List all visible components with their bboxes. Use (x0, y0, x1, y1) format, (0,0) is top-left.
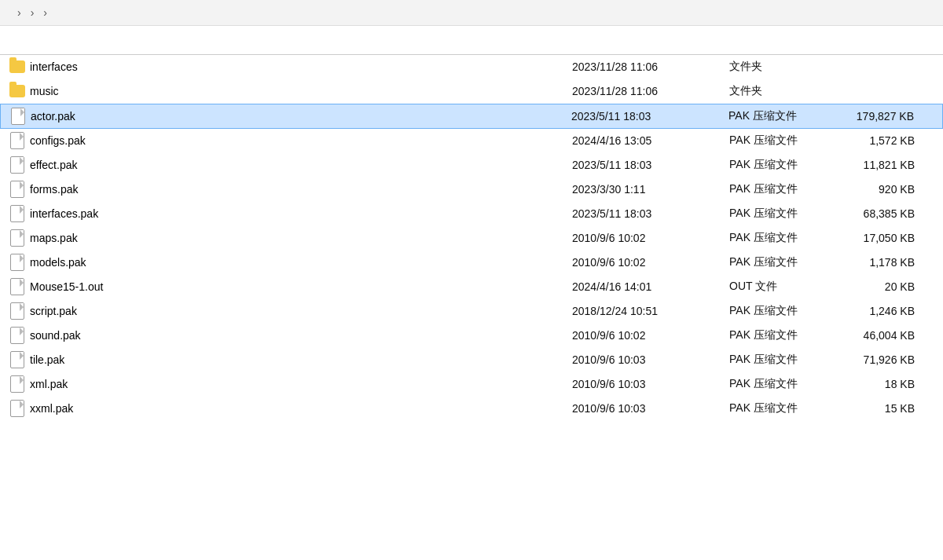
file-type: PAK 压缩文件 (723, 229, 833, 247)
file-size: 20 KB (833, 279, 927, 295)
file-name-cell: script.pak (0, 302, 566, 320)
file-name-cell: xml.pak (0, 375, 566, 393)
file-modified: 2023/11/28 11:06 (566, 59, 723, 75)
breadcrumb-sep-2: › (31, 6, 35, 19)
folder-icon (9, 85, 25, 97)
file-type: PAK 压缩文件 (723, 302, 833, 320)
file-modified: 2024/4/16 13:05 (566, 133, 723, 148)
col-header-size[interactable] (833, 31, 927, 49)
file-explorer: interfaces 2023/11/28 11:06 文件夹 music 20… (0, 26, 943, 421)
file-type: 文件夹 (723, 82, 833, 100)
pak-file-icon (10, 181, 24, 198)
pak-file-icon (10, 229, 24, 247)
table-row[interactable]: music 2023/11/28 11:06 文件夹 (0, 79, 943, 104)
table-row[interactable]: tile.pak 2010/9/6 10:03 PAK 压缩文件 71,926 … (0, 348, 943, 372)
file-name: actor.pak (31, 110, 75, 123)
pak-file-icon (10, 351, 24, 368)
file-name-cell: tile.pak (0, 350, 566, 369)
file-icon-wrapper (9, 401, 25, 416)
file-icon-wrapper (9, 352, 25, 368)
file-icon-wrapper (9, 279, 25, 295)
table-row[interactable]: interfaces 2023/11/28 11:06 文件夹 (0, 55, 943, 79)
file-name: Mouse15-1.out (30, 280, 103, 293)
breadcrumb-sep-1: › (17, 6, 21, 19)
out-file-icon (10, 278, 24, 295)
table-row[interactable]: xxml.pak 2010/9/6 10:03 PAK 压缩文件 15 KB (0, 397, 943, 421)
file-size: 1,246 KB (833, 303, 927, 319)
col-header-modified[interactable] (566, 31, 723, 49)
folder-icon (9, 60, 25, 73)
table-row[interactable]: script.pak 2018/12/24 10:51 PAK 压缩文件 1,2… (0, 299, 943, 324)
col-header-name[interactable] (0, 31, 566, 49)
file-size: 18 KB (833, 376, 927, 392)
file-name-cell: interfaces (0, 57, 566, 76)
file-name: interfaces (30, 60, 78, 73)
table-row[interactable]: effect.pak 2023/5/11 18:03 PAK 压缩文件 11,8… (0, 153, 943, 178)
col-header-type[interactable] (723, 31, 833, 49)
table-row[interactable]: maps.pak 2010/9/6 10:02 PAK 压缩文件 17,050 … (0, 226, 943, 251)
file-icon-wrapper (9, 133, 25, 148)
file-type: PAK 压缩文件 (723, 254, 833, 271)
file-icon-wrapper (9, 181, 25, 197)
file-size (833, 65, 927, 68)
file-name-cell: forms.pak (0, 180, 566, 199)
table-row[interactable]: forms.pak 2023/3/30 1:11 PAK 压缩文件 920 KB (0, 178, 943, 202)
file-modified: 2023/5/11 18:03 (566, 157, 723, 173)
file-size: 1,572 KB (833, 133, 927, 148)
file-icon-wrapper (10, 108, 26, 124)
pak-file-icon (10, 327, 24, 344)
file-name: music (30, 85, 59, 97)
table-row[interactable]: Mouse15-1.out 2024/4/16 14:01 OUT 文件 20 … (0, 275, 943, 299)
file-list: interfaces 2023/11/28 11:06 文件夹 music 20… (0, 55, 943, 421)
file-name: sound.pak (30, 329, 81, 342)
file-size: 46,004 KB (833, 328, 927, 343)
breadcrumb-sep-3: › (43, 6, 47, 19)
file-name-cell: xxml.pak (0, 399, 566, 418)
file-modified: 2010/9/6 10:03 (566, 352, 723, 368)
file-icon-wrapper (9, 206, 25, 221)
table-row[interactable]: configs.pak 2024/4/16 13:05 PAK 压缩文件 1,5… (0, 129, 943, 153)
file-name: maps.pak (30, 232, 78, 244)
file-size: 11,821 KB (833, 157, 927, 173)
file-name-cell: sound.pak (0, 326, 566, 345)
file-name: effect.pak (30, 159, 77, 171)
file-size: 68,385 KB (833, 206, 927, 221)
file-modified: 2010/9/6 10:02 (566, 230, 723, 246)
file-modified: 2018/12/24 10:51 (566, 303, 723, 319)
file-name-cell: Mouse15-1.out (0, 277, 566, 296)
file-modified: 2023/3/30 1:11 (566, 181, 723, 197)
table-row[interactable]: interfaces.pak 2023/5/11 18:03 PAK 压缩文件 … (0, 202, 943, 226)
file-modified: 2024/4/16 14:01 (566, 279, 723, 295)
table-row[interactable]: sound.pak 2010/9/6 10:02 PAK 压缩文件 46,004… (0, 324, 943, 348)
file-icon-wrapper (9, 230, 25, 246)
file-modified: 2010/9/6 10:02 (566, 254, 723, 270)
file-name-cell: models.pak (0, 253, 566, 272)
pak-file-icon (10, 156, 24, 174)
file-icon-wrapper (9, 376, 25, 392)
file-size: 71,926 KB (833, 352, 927, 368)
file-type: 文件夹 (723, 58, 833, 75)
file-type: PAK 压缩文件 (723, 181, 833, 198)
file-icon-wrapper (9, 59, 25, 75)
file-name: forms.pak (30, 183, 78, 196)
file-icon-wrapper (9, 157, 25, 173)
file-name-cell: effect.pak (0, 156, 566, 174)
file-size: 15 KB (833, 401, 927, 416)
file-type: OUT 文件 (723, 278, 833, 295)
file-type: PAK 压缩文件 (723, 205, 833, 222)
file-name: interfaces.pak (30, 207, 98, 220)
file-icon-wrapper (9, 328, 25, 343)
file-icon-wrapper (9, 83, 25, 99)
file-size: 1,178 KB (833, 254, 927, 270)
breadcrumb-bar: › › › (0, 0, 943, 26)
table-header (0, 26, 943, 55)
table-row[interactable]: xml.pak 2010/9/6 10:03 PAK 压缩文件 18 KB (0, 372, 943, 397)
pak-file-icon (10, 205, 24, 222)
file-size: 179,827 KB (832, 108, 926, 124)
table-row[interactable]: models.pak 2010/9/6 10:02 PAK 压缩文件 1,178… (0, 251, 943, 275)
table-row[interactable]: actor.pak 2023/5/11 18:03 PAK 压缩文件 179,8… (0, 104, 943, 129)
file-type: PAK 压缩文件 (723, 132, 833, 149)
file-size: 920 KB (833, 181, 927, 197)
file-name-cell: configs.pak (0, 131, 566, 150)
file-size: 17,050 KB (833, 230, 927, 246)
